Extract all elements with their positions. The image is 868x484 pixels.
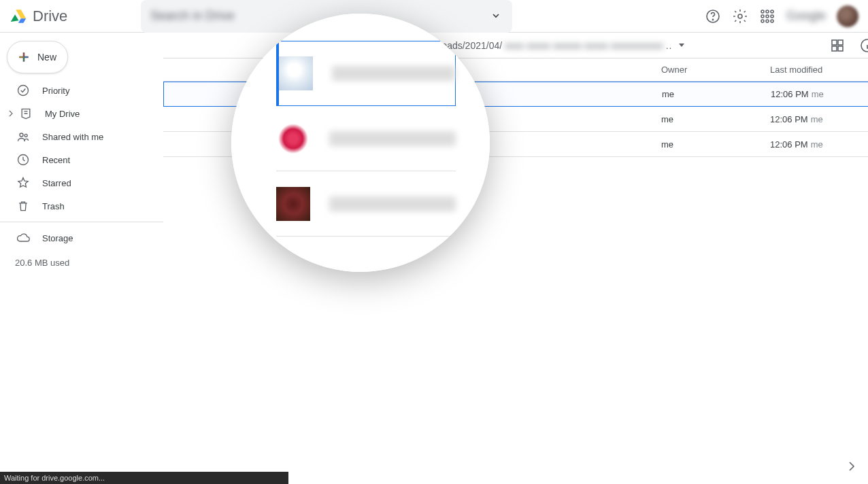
file-thumbnail: [276, 187, 310, 221]
sidebar: New Priority My Drive Shared with me Rec…: [0, 33, 163, 484]
file-modified: 12:06 PMme: [770, 139, 868, 150]
new-button-label: New: [37, 52, 56, 63]
plus-multicolor-icon: [18, 48, 29, 67]
drive-logo-icon: [10, 7, 27, 25]
sidebar-label: Starred: [42, 178, 71, 188]
sidebar-label: Shared with me: [42, 132, 103, 142]
status-text: Waiting for drive.google.com...: [4, 474, 105, 482]
svg-point-7: [766, 15, 769, 18]
svg-rect-13: [23, 58, 24, 61]
search-placeholder: Search in Drive: [150, 9, 234, 23]
sidebar-item-recent[interactable]: Recent: [0, 148, 163, 171]
svg-point-17: [20, 133, 23, 137]
file-thumbnail: [276, 122, 310, 156]
settings-gear-icon[interactable]: [732, 8, 748, 24]
sidebar-item-storage[interactable]: Storage: [0, 226, 163, 249]
app-name: Drive: [33, 7, 67, 25]
shared-icon: [16, 130, 30, 143]
content-area: xxxxxxxxxxxxxxx xxxxx xxxxx /uploads/202…: [163, 33, 868, 484]
magnified-file-row[interactable]: [276, 106, 456, 171]
sidebar-label: Trash: [42, 201, 65, 211]
sidebar-item-mydrive[interactable]: My Drive: [0, 102, 163, 125]
search-options-dropdown-icon[interactable]: [492, 10, 500, 22]
file-owner: me: [661, 114, 770, 124]
app-header: Drive Search in Drive Google: [0, 0, 868, 33]
svg-point-1: [712, 19, 713, 20]
col-header-owner[interactable]: Owner: [661, 65, 770, 75]
help-icon[interactable]: [705, 8, 721, 24]
svg-point-5: [771, 10, 773, 13]
svg-point-18: [24, 134, 27, 137]
sidebar-item-shared[interactable]: Shared with me: [0, 125, 163, 148]
svg-point-2: [738, 14, 742, 18]
storage-used: 20.6 MB used: [0, 258, 163, 268]
svg-point-10: [766, 20, 769, 22]
file-modified: 12:06 PMme: [771, 89, 868, 99]
svg-point-16: [18, 86, 29, 96]
star-icon: [16, 176, 30, 190]
svg-point-3: [761, 10, 764, 13]
svg-rect-15: [24, 56, 28, 58]
trash-icon: [16, 199, 30, 213]
svg-point-6: [761, 15, 764, 18]
file-owner: me: [662, 89, 771, 99]
file-name-blurred: [332, 66, 455, 81]
sidebar-divider: [0, 222, 163, 222]
svg-rect-22: [832, 46, 837, 51]
magnifier-overlay: [231, 14, 490, 272]
file-name-blurred: [329, 196, 456, 211]
col-header-modified[interactable]: Last modified: [770, 65, 868, 75]
sidebar-item-starred[interactable]: Starred: [0, 171, 163, 194]
file-name-blurred: [329, 131, 456, 146]
svg-point-9: [761, 20, 764, 22]
breadcrumb-dropdown-icon[interactable]: [679, 44, 684, 47]
browser-status-bar: Waiting for drive.google.com...: [0, 472, 288, 484]
drive-logo[interactable]: Drive: [10, 7, 67, 25]
collapse-panel-icon[interactable]: [844, 458, 860, 474]
file-thumbnail: [279, 56, 313, 90]
new-button[interactable]: New: [7, 41, 68, 73]
svg-rect-14: [20, 56, 23, 58]
magnified-file-row[interactable]: [276, 171, 456, 237]
magnified-file-row[interactable]: [276, 41, 456, 106]
details-info-icon[interactable]: [859, 37, 868, 54]
svg-point-11: [771, 20, 773, 22]
cloud-icon: [16, 231, 30, 245]
sidebar-label: Priority: [42, 86, 69, 96]
sidebar-item-priority[interactable]: Priority: [0, 79, 163, 102]
mydrive-icon: [19, 107, 33, 120]
sidebar-label: Recent: [42, 155, 70, 165]
file-modified: 12:06 PMme: [770, 114, 868, 124]
grid-view-icon[interactable]: [829, 37, 846, 54]
svg-point-4: [766, 10, 769, 13]
svg-rect-12: [23, 53, 24, 56]
file-owner: me: [661, 139, 770, 150]
clock-icon: [16, 153, 30, 167]
sidebar-label: Storage: [42, 233, 73, 243]
sidebar-label: My Drive: [45, 109, 80, 119]
sidebar-item-trash[interactable]: Trash: [0, 194, 163, 218]
svg-point-8: [771, 15, 773, 18]
svg-rect-20: [832, 40, 837, 45]
header-actions: Google: [705, 5, 863, 27]
chevron-right-icon: [5, 107, 16, 120]
svg-rect-21: [838, 40, 843, 45]
account-brand: Google: [786, 9, 826, 23]
priority-icon: [16, 84, 30, 97]
account-avatar[interactable]: [837, 5, 858, 27]
breadcrumb-blurred-suffix: xxxx xxxxx xxxxxx xxxxx xxxxxxxxxxx: [505, 40, 663, 51]
apps-grid-icon[interactable]: [759, 8, 775, 24]
svg-rect-23: [838, 46, 843, 51]
breadcrumb-truncation: ..: [666, 40, 673, 51]
